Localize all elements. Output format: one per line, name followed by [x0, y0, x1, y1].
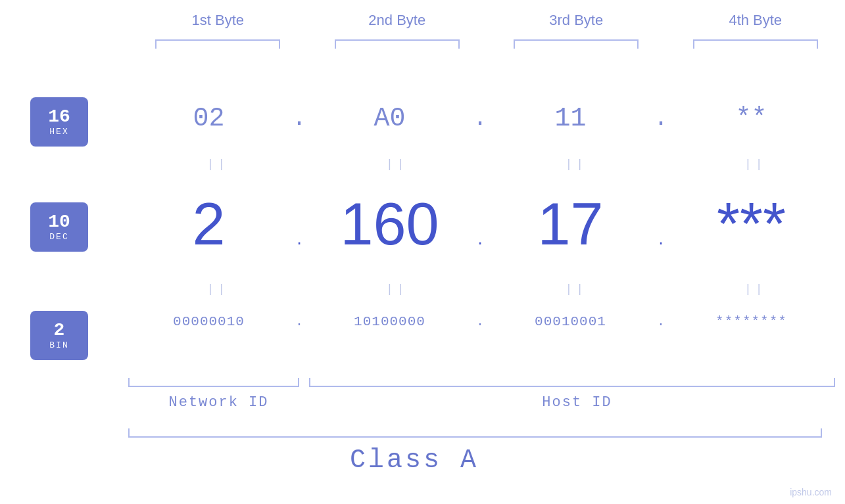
- eq2-3: ||: [487, 283, 666, 296]
- watermark: ipshu.com: [790, 487, 832, 497]
- byte3-header: 3rd Byte: [487, 12, 666, 29]
- dec-dot-2: .: [470, 200, 490, 249]
- bottom-bracket-row: [128, 378, 845, 387]
- dec-val-4: ***: [671, 191, 832, 258]
- byte4-header: 4th Byte: [666, 12, 846, 29]
- bracket4: [666, 39, 846, 49]
- bin-dot-3: .: [651, 314, 671, 329]
- eq2-1: ||: [128, 283, 308, 296]
- network-id-bracket: [128, 378, 299, 387]
- equals-row-2: || || || ||: [128, 283, 845, 296]
- dec-val-2: 160: [309, 191, 470, 258]
- dec-base-label: 10 DEC: [30, 202, 88, 252]
- hex-dot-1: .: [289, 105, 309, 132]
- id-labels-row: Network ID Host ID: [128, 394, 845, 411]
- hex-base-text: HEX: [49, 127, 68, 137]
- bin-val-3: 00010001: [490, 314, 651, 329]
- hex-val-3: 11: [490, 104, 651, 133]
- byte-headers: 1st Byte 2nd Byte 3rd Byte 4th Byte: [0, 12, 845, 29]
- dec-val-3: 17: [490, 191, 651, 258]
- eq1-1: ||: [128, 158, 308, 171]
- top-brackets: [0, 39, 845, 49]
- byte2-header: 2nd Byte: [308, 12, 487, 29]
- eq2-4: ||: [666, 283, 846, 296]
- host-id-label: Host ID: [309, 394, 845, 411]
- bin-base-num: 2: [54, 321, 65, 341]
- bracket1: [128, 39, 308, 49]
- dec-dot-1: .: [289, 200, 309, 249]
- full-bottom-bracket: [128, 428, 822, 438]
- bin-base-text: BIN: [49, 340, 68, 350]
- bin-dot-2: .: [470, 314, 490, 329]
- bracket3-line: [514, 39, 639, 49]
- hex-dot-2: .: [470, 105, 490, 132]
- hex-base-label: 16 HEX: [30, 97, 88, 147]
- eq2-2: ||: [308, 283, 487, 296]
- dec-val-1: 2: [128, 191, 289, 258]
- bracket2-line: [335, 39, 460, 49]
- hex-dot-3: .: [651, 105, 671, 132]
- eq1-4: ||: [666, 158, 846, 171]
- eq1-3: ||: [487, 158, 666, 171]
- dec-base-text: DEC: [49, 232, 68, 242]
- bin-dot-1: .: [289, 314, 309, 329]
- bracket1-line: [155, 39, 280, 49]
- byte1-header: 1st Byte: [128, 12, 308, 29]
- eq1-2: ||: [308, 158, 487, 171]
- bin-val-1: 00000010: [128, 314, 289, 329]
- equals-row-1: || || || ||: [128, 158, 845, 171]
- host-id-bracket: [309, 378, 835, 387]
- bracket4-line: [693, 39, 818, 49]
- bracket2: [308, 39, 487, 49]
- bin-val-2: 10100000: [309, 314, 470, 329]
- dec-row: 2 . 160 . 17 . ***: [128, 191, 845, 258]
- hex-val-2: A0: [309, 104, 470, 133]
- hex-val-1: 02: [128, 104, 289, 133]
- bin-row: 00000010 . 10100000 . 00010001 . *******…: [128, 314, 845, 329]
- bin-base-label: 2 BIN: [30, 311, 88, 360]
- class-label: Class A: [0, 446, 829, 475]
- dec-dot-3: .: [651, 200, 671, 249]
- hex-row: 02 . A0 . 11 . **: [128, 104, 845, 133]
- bracket3: [487, 39, 666, 49]
- hex-base-num: 16: [48, 107, 70, 127]
- main-layout: 1st Byte 2nd Byte 3rd Byte 4th Byte 16 H…: [0, 0, 845, 504]
- network-id-label: Network ID: [128, 394, 309, 411]
- bin-val-4: ********: [671, 314, 832, 329]
- hex-val-4: **: [671, 104, 832, 133]
- dec-base-num: 10: [48, 212, 70, 233]
